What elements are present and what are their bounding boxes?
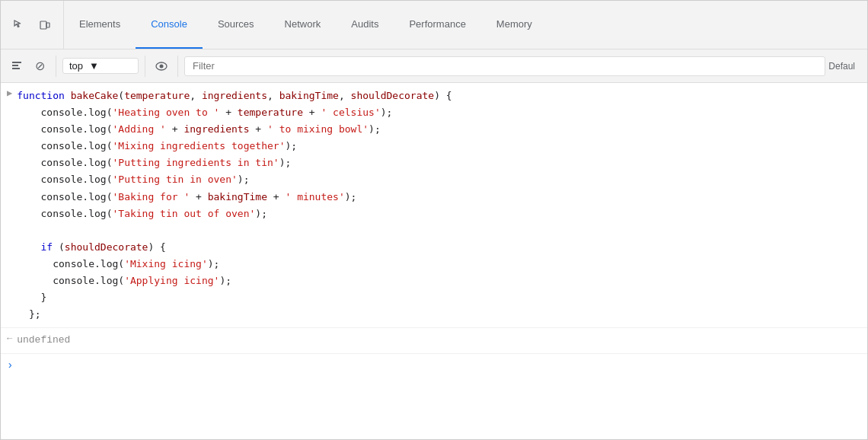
toolbar-divider-3	[177, 56, 178, 77]
clear-console-button[interactable]	[7, 56, 27, 76]
inspect-element-button[interactable]	[8, 14, 30, 36]
devtools-icons	[1, 1, 64, 49]
tab-elements[interactable]: Elements	[64, 1, 136, 49]
filter-input[interactable]	[184, 56, 825, 76]
context-selector[interactable]: top ▼	[62, 58, 139, 74]
return-value: undefined	[17, 330, 867, 352]
svg-point-6	[160, 64, 164, 68]
svg-rect-2	[12, 62, 21, 63]
return-arrow-icon: ←	[7, 330, 12, 346]
tab-console[interactable]: Console	[136, 1, 203, 49]
tab-audits[interactable]: Audits	[336, 1, 394, 49]
toolbar-divider-2	[145, 56, 145, 77]
eye-icon[interactable]	[152, 56, 171, 76]
svg-rect-3	[12, 65, 18, 66]
tab-performance[interactable]: Performance	[394, 1, 480, 49]
return-entry: ← undefined	[1, 328, 867, 354]
svg-rect-0	[40, 21, 46, 29]
top-toolbar: Elements Console Sources Network Audits …	[1, 1, 867, 49]
dropdown-arrow-icon: ▼	[89, 60, 99, 72]
tab-sources[interactable]: Sources	[203, 1, 270, 49]
svg-rect-4	[12, 68, 20, 69]
tab-memory[interactable]: Memory	[481, 1, 547, 49]
expand-arrow-icon[interactable]: ▶	[7, 84, 12, 101]
console-prompt[interactable]: ›	[1, 354, 867, 377]
device-toolbar-button[interactable]	[34, 14, 56, 36]
code-block: function bakeCake(temperature, ingredien…	[17, 84, 867, 326]
console-toolbar: ⊘ top ▼ Defaul	[1, 49, 867, 83]
svg-rect-1	[46, 23, 49, 27]
code-entry: ▶ function bakeCake(temperature, ingredi…	[1, 83, 867, 328]
tab-network[interactable]: Network	[270, 1, 337, 49]
default-levels-label: Defaul	[828, 61, 861, 72]
toolbar-divider	[56, 56, 56, 77]
console-output: ▶ function bakeCake(temperature, ingredi…	[1, 83, 867, 440]
stop-error-button[interactable]: ⊘	[30, 56, 49, 76]
main-nav: Elements Console Sources Network Audits …	[64, 1, 867, 49]
prompt-arrow-icon: ›	[7, 357, 13, 374]
